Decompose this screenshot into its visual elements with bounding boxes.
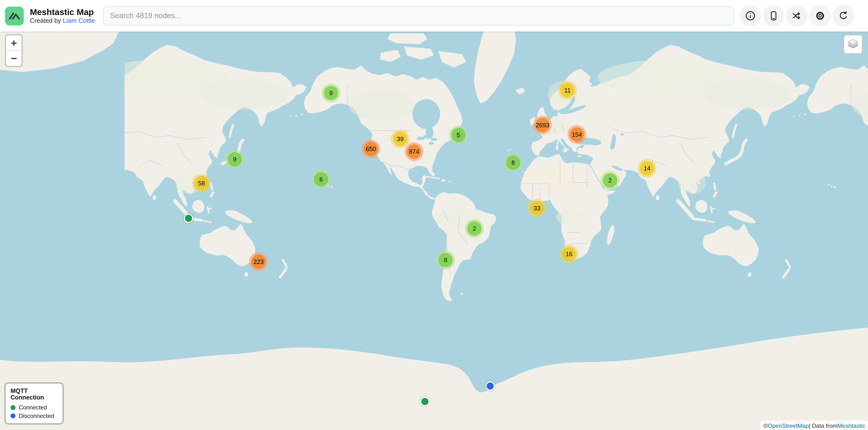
refresh-button[interactable]: [832, 5, 854, 27]
legend-label: Disconnected: [19, 412, 54, 419]
legend-item-disconnected: Disconnected: [10, 412, 57, 419]
byline: Created by Liam Cottle: [30, 17, 95, 24]
legend-title: MQTT Connection: [10, 387, 57, 401]
settings-button[interactable]: [809, 5, 831, 27]
layers-control-button[interactable]: [843, 34, 863, 54]
app-title: Meshtastic Map: [30, 7, 95, 17]
cluster-marker[interactable]: 16: [560, 244, 579, 263]
cluster-marker[interactable]: 874: [405, 142, 424, 161]
meshtastic-logo: [5, 6, 24, 25]
cluster-marker[interactable]: 5: [449, 126, 468, 144]
attribution-separator: | Data from: [809, 422, 837, 429]
openstreetmap-link[interactable]: OpenStreetMap: [768, 422, 809, 429]
author-link[interactable]: Liam Cottle: [63, 17, 95, 24]
disconnected-status-dot: [10, 413, 16, 418]
cluster-marker[interactable]: 6: [312, 170, 331, 189]
cluster-marker[interactable]: 33: [527, 199, 547, 218]
cluster-marker[interactable]: 650: [362, 139, 380, 158]
refresh-icon: [837, 10, 849, 22]
legend-label: Connected: [19, 404, 47, 410]
connected-status-dot: [10, 405, 16, 410]
legend-item-connected: Connected: [10, 404, 57, 410]
cluster-marker[interactable]: 2693: [533, 116, 552, 135]
devices-button[interactable]: [763, 5, 784, 27]
header-buttons: [739, 5, 854, 27]
cluster-marker[interactable]: 14: [638, 159, 657, 178]
cluster-marker[interactable]: 9: [321, 84, 341, 102]
world-map[interactable]: 911269315439650874589586214332816223: [0, 0, 868, 430]
meshtastic-map-app: 911269315439650874589586214332816223 + −…: [0, 0, 868, 430]
cluster-marker[interactable]: 58: [192, 174, 211, 193]
random-node-button[interactable]: [786, 5, 807, 27]
node-marker-disconnected[interactable]: [485, 381, 495, 391]
cluster-marker[interactable]: 8: [504, 153, 523, 172]
meshtastic-link[interactable]: Meshtastic: [837, 422, 865, 429]
map-attribution: © OpenStreetMap | Data from Meshtastic: [761, 421, 868, 430]
search-input[interactable]: [103, 6, 734, 25]
zoom-in-button[interactable]: +: [6, 35, 22, 51]
top-bar: Meshtastic Map Created by Liam Cottle: [0, 0, 868, 31]
cluster-marker[interactable]: 2: [600, 171, 620, 190]
cluster-marker[interactable]: 154: [567, 125, 586, 144]
copyright-text: ©: [764, 422, 768, 429]
shuffle-icon: [791, 10, 802, 22]
node-marker-connected[interactable]: [420, 397, 429, 406]
info-button[interactable]: [739, 5, 761, 27]
brand-block: Meshtastic Map Created by Liam Cottle: [30, 7, 95, 25]
cluster-marker[interactable]: 2: [465, 219, 484, 238]
mobile-device-icon: [768, 10, 779, 22]
cluster-marker[interactable]: 11: [558, 81, 577, 100]
mountains-logo-icon: [8, 9, 21, 23]
cluster-marker[interactable]: 223: [249, 252, 268, 271]
settings-gear-icon: [814, 10, 826, 22]
layers-icon: [846, 37, 860, 51]
node-marker-connected[interactable]: [184, 213, 193, 223]
info-icon: [744, 10, 756, 22]
byline-prefix: Created by: [30, 17, 61, 24]
zoom-out-button[interactable]: −: [6, 51, 22, 66]
mqtt-connection-legend: MQTT Connection Connected Disconnected: [4, 382, 64, 424]
cluster-marker[interactable]: 9: [225, 150, 244, 169]
cluster-marker[interactable]: 8: [436, 251, 455, 269]
zoom-control: + −: [5, 34, 23, 67]
marker-layer: 911269315439650874589586214332816223: [0, 0, 868, 430]
